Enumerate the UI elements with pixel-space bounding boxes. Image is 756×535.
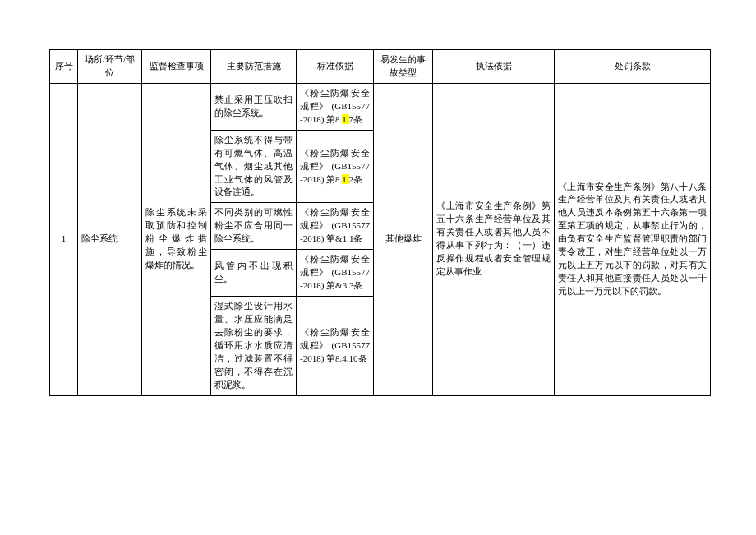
cell-place: 除尘系统	[78, 83, 142, 395]
std-art-hl: 1.	[342, 114, 348, 124]
cell-measure: 除尘系统不得与带有可燃气体、高温气体、烟尘或其他工业气体的风管及设备连通。	[211, 130, 297, 203]
col-place: 场所/环节/部位	[78, 50, 142, 84]
std-art: 第8.4.10条	[326, 353, 367, 363]
cell-measure: 不同类别的可燃性粉尘不应合用同一除尘系统。	[211, 203, 297, 250]
regulation-table: 序号 场所/环节/部位 监督检查事项 主要防范措施 标准依据 易发生的事故类型 …	[49, 49, 711, 396]
col-standard: 标准依据	[297, 50, 374, 84]
cell-measure: 风管内不出现积尘。	[211, 250, 297, 297]
std-art: 第8.	[326, 174, 342, 184]
page: 序号 场所/环节/部位 监督检查事项 主要防范措施 标准依据 易发生的事故类型 …	[0, 0, 756, 396]
table-header-row: 序号 场所/环节/部位 监督检查事项 主要防范措施 标准依据 易发生的事故类型 …	[50, 50, 711, 84]
cell-standard: 《粉尘防爆安全规程》 (GB15577-2018) 第8.1.7条	[297, 83, 374, 130]
cell-standard: 《粉尘防爆安全规程》 (GB15577-2018) 第8.1.2条	[297, 130, 374, 203]
col-penalty: 处罚条款	[555, 50, 711, 84]
col-inspect: 监督检查事项	[142, 50, 211, 84]
cell-standard: 《粉尘防爆安全规程》 (GB15577-2018) 第&3.3条	[297, 250, 374, 297]
table-row: 1 除尘系统 除尘系统未采取预防和控制粉尘爆炸措施，导致粉尘爆炸的情况。 禁止采…	[50, 83, 711, 130]
cell-measure: 湿式除尘设计用水量、水压应能满足去除粉尘的要求，循环用水水质应清洁，过滤装置不得…	[211, 297, 297, 396]
cell-seq: 1	[50, 83, 78, 395]
cell-standard: 《粉尘防爆安全规程》 (GB15577-2018) 第8.4.10条	[297, 297, 374, 396]
std-art-post: 7条	[349, 114, 363, 124]
std-art: 第&3.3条	[326, 280, 362, 290]
col-seq: 序号	[50, 50, 78, 84]
cell-measure: 禁止采用正压吹扫的除尘系统。	[211, 83, 297, 130]
col-accident: 易发生的事故类型	[374, 50, 433, 84]
col-measure: 主要防范措施	[211, 50, 297, 84]
cell-accident: 其他爆炸	[374, 83, 433, 395]
std-art: 第8.	[326, 114, 342, 124]
std-art-hl: 1.	[342, 174, 348, 184]
cell-lawbasis: 《上海市安全生产条例》第五十六条生产经营单位及其有关责任人或者其他人员不得从事下…	[433, 83, 555, 395]
cell-inspect: 除尘系统未采取预防和控制粉尘爆炸措施，导致粉尘爆炸的情况。	[142, 83, 211, 395]
col-lawbasis: 执法依据	[433, 50, 555, 84]
std-art: 第&1.1条	[326, 233, 362, 243]
std-art-post: 2条	[349, 174, 363, 184]
cell-standard: 《粉尘防爆安全规程》 (GB15577-2018) 第&1.1条	[297, 203, 374, 250]
cell-penalty: 《上海市安全生产条例》第八十八条生产经营单位及其有关责任人或者其他人员违反本条例…	[555, 83, 711, 395]
